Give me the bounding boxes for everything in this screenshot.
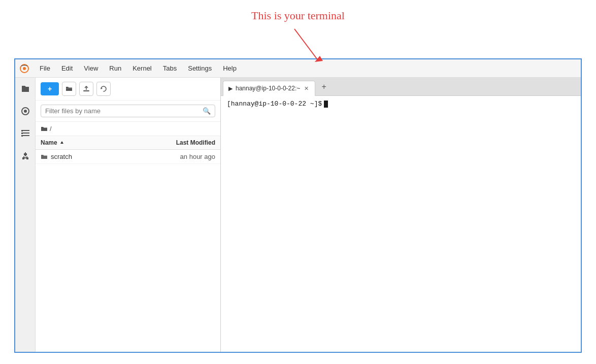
terminal-content[interactable]: [hannay@ip-10-0-0-22 ~]$: [221, 96, 581, 352]
refresh-button[interactable]: [96, 82, 111, 96]
tab-close-button[interactable]: ✕: [303, 85, 310, 92]
terminal-panel: ▶ hannay@ip-10-0-0-22:~ ✕ + [hannay@ip-1…: [221, 78, 581, 352]
main-content: +: [15, 78, 581, 352]
search-container: 🔍: [36, 101, 220, 122]
menu-edit[interactable]: Edit: [56, 62, 78, 74]
open-folder-button[interactable]: [62, 82, 76, 96]
menu-settings[interactable]: Settings: [183, 62, 217, 74]
svg-rect-9: [21, 130, 23, 131]
file-list-header: Name Last Modified: [36, 136, 220, 150]
file-panel: +: [36, 78, 221, 352]
svg-line-0: [294, 29, 317, 59]
menu-help[interactable]: Help: [218, 62, 242, 74]
annotation-label: This is your terminal: [0, 9, 596, 22]
terminal-tabs: ▶ hannay@ip-10-0-0-22:~ ✕ +: [221, 78, 581, 96]
new-icon: +: [48, 85, 52, 93]
breadcrumb: /: [36, 122, 220, 136]
menu-file[interactable]: File: [35, 62, 55, 74]
terminal-cursor: [324, 101, 328, 108]
menu-bar: File Edit View Run Kernel Tabs Settings …: [15, 59, 581, 78]
sidebar-icon-extensions[interactable]: [18, 149, 32, 163]
search-input[interactable]: [45, 107, 203, 115]
col-name[interactable]: Name: [41, 139, 154, 146]
file-name-cell: scratch: [41, 153, 154, 160]
menu-view[interactable]: View: [79, 62, 103, 74]
sidebar-icon-files[interactable]: [18, 82, 32, 96]
terminal-tab-label: hannay@ip-10-0-0-22:~: [236, 85, 300, 92]
sidebar-icon-list[interactable]: [18, 126, 32, 141]
jupyterlab-logo: [19, 63, 29, 74]
terminal-tab-icon: ▶: [228, 85, 233, 92]
terminal-tab[interactable]: ▶ hannay@ip-10-0-0-22:~ ✕: [223, 81, 315, 96]
search-box[interactable]: 🔍: [41, 105, 215, 117]
menu-run[interactable]: Run: [104, 62, 126, 74]
svg-point-5: [24, 110, 27, 113]
file-name: scratch: [51, 153, 72, 160]
svg-rect-10: [21, 133, 23, 134]
upload-button[interactable]: [79, 82, 93, 96]
terminal-prompt-text: [hannay@ip-10-0-0-22 ~]$: [227, 100, 322, 108]
svg-rect-11: [21, 135, 23, 137]
svg-point-3: [23, 67, 26, 70]
terminal-prompt: [hannay@ip-10-0-0-22 ~]$: [227, 100, 575, 108]
search-icon: 🔍: [203, 107, 211, 115]
new-button[interactable]: +: [41, 82, 59, 95]
breadcrumb-path: /: [50, 125, 52, 133]
sidebar-icon-circle[interactable]: [18, 104, 32, 118]
svg-rect-12: [83, 90, 89, 91]
tab-add-button[interactable]: +: [317, 80, 330, 93]
sidebar: [15, 78, 36, 352]
col-last-modified: Last Modified: [154, 139, 215, 146]
table-row[interactable]: scratch an hour ago: [36, 150, 220, 164]
menu-tabs[interactable]: Tabs: [158, 62, 182, 74]
menu-kernel[interactable]: Kernel: [127, 62, 157, 74]
file-modified-cell: an hour ago: [154, 153, 215, 160]
app-window: File Edit View Run Kernel Tabs Settings …: [14, 58, 582, 353]
file-toolbar: +: [36, 78, 220, 101]
